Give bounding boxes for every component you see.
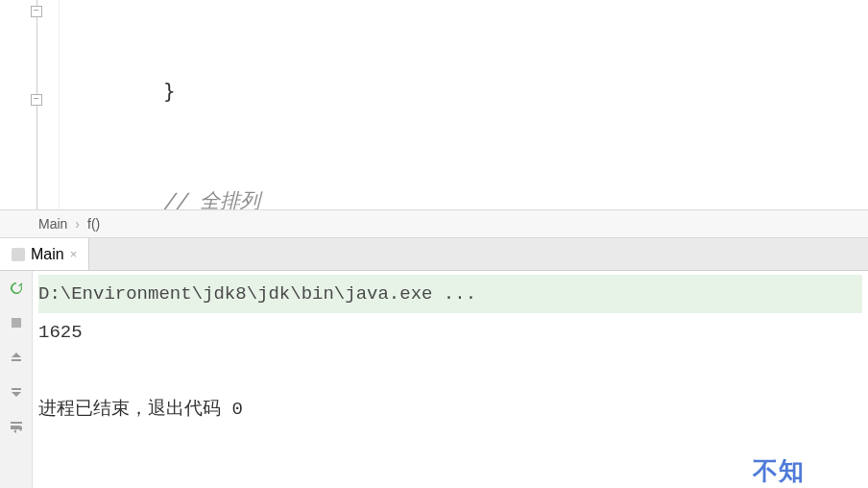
code-line: } <box>67 73 868 110</box>
fold-toggle-icon[interactable]: − <box>31 94 42 106</box>
console-blank-line <box>38 352 862 390</box>
code-line: // 全排列 <box>67 183 868 209</box>
console-panel: D:\Environment\jdk8\jdk\bin\java.exe ...… <box>0 271 868 488</box>
breadcrumb[interactable]: Main › f() <box>0 209 868 238</box>
svg-rect-0 <box>12 318 21 328</box>
fold-toggle-icon[interactable]: − <box>31 6 42 17</box>
console-command-line: D:\Environment\jdk8\jdk\bin\java.exe ... <box>38 275 862 313</box>
run-console-tabs: Main × <box>0 238 868 271</box>
editor-gutter: − − <box>0 0 60 209</box>
java-class-icon <box>12 248 25 261</box>
rerun-icon[interactable] <box>7 279 26 298</box>
code-area[interactable]: } // 全排列 for (int i = k; i < a.length; i… <box>60 0 868 209</box>
soft-wrap-icon[interactable] <box>7 417 26 436</box>
stop-icon[interactable] <box>7 313 26 332</box>
console-exit-line: 进程已结束，退出代码 0 <box>38 390 862 428</box>
watermark-text: 不知 <box>753 454 868 488</box>
down-stack-icon[interactable] <box>7 382 26 402</box>
breadcrumb-item[interactable]: Main <box>38 216 67 232</box>
tab-main[interactable]: Main × <box>0 238 89 270</box>
close-icon[interactable]: × <box>70 247 78 261</box>
breadcrumb-item[interactable]: f() <box>87 216 100 232</box>
tab-label: Main <box>31 246 64 263</box>
console-output-line: 1625 <box>38 313 862 352</box>
up-stack-icon[interactable] <box>7 348 26 367</box>
console-output[interactable]: D:\Environment\jdk8\jdk\bin\java.exe ...… <box>33 271 868 488</box>
code-editor: − − } // 全排列 for (int i = k; i < a.lengt… <box>0 0 868 209</box>
console-toolbar <box>0 271 33 488</box>
chevron-right-icon: › <box>75 216 80 232</box>
